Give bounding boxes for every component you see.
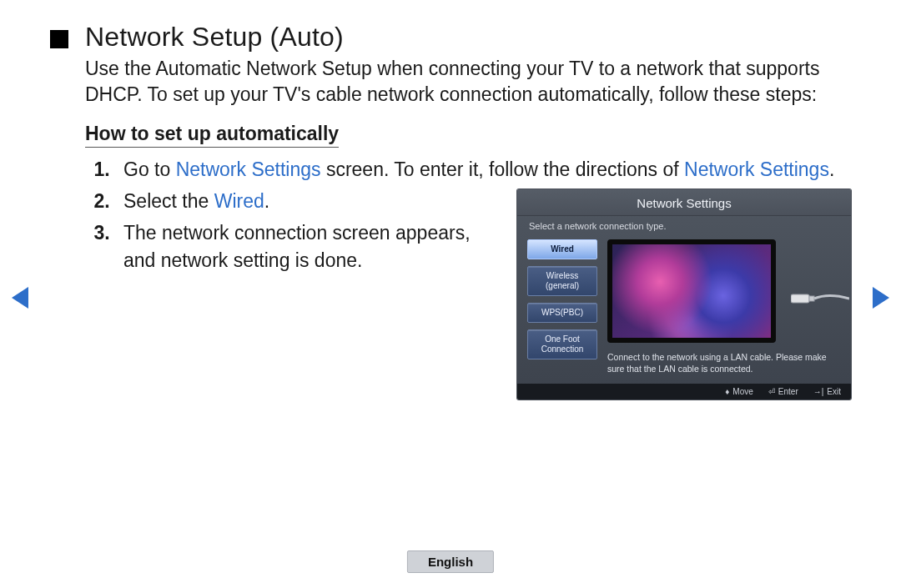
svg-rect-0 (791, 294, 809, 303)
osd-option-wireless[interactable]: Wireless (general) (527, 266, 597, 296)
steps-list: Go to Network Settings screen. To enter … (85, 156, 851, 183)
osd-footer: ♦Move ⏎Enter →|Exit (517, 384, 851, 400)
osd-option-wired[interactable]: Wired (527, 239, 597, 259)
step-2-text-b: . (264, 190, 269, 212)
intro-paragraph: Use the Automatic Network Setup when con… (85, 56, 851, 108)
step-1-text-c: . (829, 158, 834, 180)
osd-hint-exit: →|Exit (813, 387, 841, 396)
step-1-text-a: Go to (123, 158, 176, 180)
osd-description: Connect to the network using a LAN cable… (607, 351, 841, 374)
step-2-link-wired: Wired (214, 190, 264, 212)
next-page-button[interactable] (873, 287, 889, 309)
subhead: How to set up automatically (85, 123, 339, 148)
updown-icon: ♦ (725, 387, 729, 396)
osd-title: Network Settings (517, 189, 851, 216)
language-button[interactable]: English (407, 550, 494, 573)
network-settings-screenshot: Network Settings Select a network connec… (517, 189, 851, 399)
enter-icon: ⏎ (768, 387, 775, 396)
prev-page-button[interactable] (12, 287, 28, 309)
page-title: Network Setup (Auto) (85, 22, 344, 53)
exit-icon: →| (813, 387, 824, 396)
step-1: Go to Network Settings screen. To enter … (115, 156, 851, 183)
step-1-link-network-settings-2: Network Settings (684, 158, 829, 180)
section-bullet-icon (50, 30, 68, 48)
osd-hint-enter-label: Enter (778, 387, 798, 396)
osd-option-one-foot[interactable]: One Foot Connection (527, 329, 597, 359)
step-2-text-a: Select the (123, 190, 214, 212)
osd-subtitle: Select a network connection type. (517, 216, 851, 239)
osd-hint-move: ♦Move (725, 387, 753, 396)
osd-hint-exit-label: Exit (827, 387, 841, 396)
osd-hint-move-label: Move (732, 387, 753, 396)
osd-option-wps[interactable]: WPS(PBC) (527, 303, 597, 323)
lan-cable-icon (791, 289, 849, 308)
step-1-link-network-settings: Network Settings (176, 158, 321, 180)
step-2: Select the Wired. (115, 188, 492, 214)
step-3: The network connection screen appears, a… (115, 219, 492, 273)
osd-hint-enter: ⏎Enter (768, 387, 798, 396)
svg-rect-1 (809, 296, 814, 301)
steps-list-continued: Select the Wired. The network connection… (85, 188, 492, 274)
osd-option-list: Wired Wireless (general) WPS(PBC) One Fo… (527, 239, 597, 374)
tv-graphic-icon (607, 239, 776, 343)
step-1-text-b: screen. To enter it, follow the directio… (321, 158, 685, 180)
